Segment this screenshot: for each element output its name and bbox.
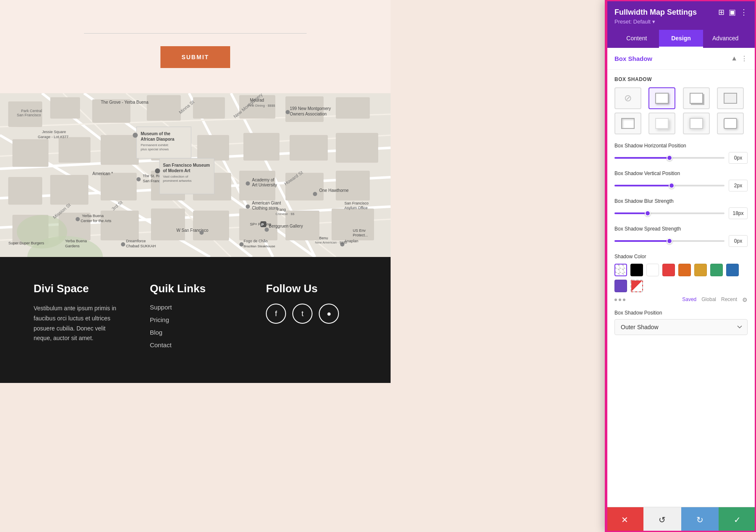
shadow-corner[interactable] [717, 113, 744, 134]
blur-track[interactable] [614, 212, 724, 214]
shadow-outer[interactable] [648, 87, 675, 109]
vertical-track[interactable] [614, 185, 724, 186]
twitter-icon[interactable]: t [292, 304, 312, 324]
dot-2[interactable] [619, 299, 621, 301]
facebook-icon[interactable]: f [266, 304, 286, 324]
panel-tabs: Content Design Advanced [614, 30, 748, 48]
redo-button[interactable]: ↻ [681, 507, 719, 532]
panel-footer: ✕ ↺ ↻ ✓ [606, 507, 756, 532]
color-settings-icon[interactable]: ⚙ [742, 296, 748, 303]
tab-design[interactable]: Design [659, 30, 704, 48]
horizontal-track[interactable] [614, 157, 724, 159]
responsive-icon[interactable]: ⊞ [718, 8, 724, 17]
undo-button[interactable]: ↺ [643, 507, 681, 532]
spread-track[interactable] [614, 240, 724, 242]
vertical-control: 2px [614, 180, 748, 191]
section-more-icon[interactable]: ⋮ [741, 55, 748, 63]
svg-point-89 [200, 231, 204, 235]
settings-panel: Fullwidth Map Settings ⊞ ▣ ⋮ Preset: Def… [605, 0, 756, 532]
horizontal-fill [614, 157, 669, 159]
spread-value: 0px [729, 235, 748, 247]
swatch-purple[interactable] [614, 280, 627, 292]
svg-point-100 [121, 242, 125, 246]
spread-thumb[interactable] [667, 238, 672, 244]
svg-text:New American · $$$$: New American · $$$$ [315, 241, 347, 244]
footer-link-pricing[interactable]: Pricing [150, 316, 169, 323]
svg-text:Clothing store: Clothing store [252, 206, 278, 210]
shadow-preview-bottom [724, 93, 737, 104]
shadow-preview-corner [724, 118, 737, 129]
more-icon[interactable]: ⋮ [740, 8, 748, 17]
svg-rect-17 [147, 95, 181, 121]
position-select[interactable]: Outer Shadow Inner Shadow [614, 319, 748, 335]
shadow-bottom[interactable] [717, 87, 744, 109]
blur-thumb[interactable] [645, 210, 651, 216]
blur-label: Box Shadow Blur Strength [614, 198, 748, 204]
spread-label: Box Shadow Spread Strength [614, 226, 748, 232]
footer-link-contact[interactable]: Contact [150, 341, 172, 349]
panel-preset[interactable]: Preset: Default ▾ [614, 18, 748, 25]
global-tab[interactable]: Global [701, 296, 716, 303]
svg-text:San Francisco: San Francisco [17, 113, 41, 117]
svg-point-75 [286, 110, 290, 114]
shadow-right[interactable] [683, 87, 710, 109]
svg-point-71 [246, 181, 250, 186]
svg-rect-42 [193, 211, 229, 240]
swatch-white[interactable] [646, 264, 659, 276]
svg-text:African Diaspora: African Diaspora [141, 137, 174, 142]
cancel-button[interactable]: ✕ [606, 507, 643, 532]
svg-rect-23 [59, 137, 90, 162]
svg-text:Art University: Art University [252, 183, 277, 187]
vertical-fill [614, 185, 672, 186]
swatch-yellow[interactable] [694, 264, 707, 276]
svg-rect-30 [8, 177, 42, 204]
swatch-orange[interactable] [678, 264, 691, 276]
dot-1[interactable] [614, 299, 617, 301]
svg-rect-15 [50, 97, 80, 118]
svg-text:Berggruen Gallery: Berggruen Gallery [269, 224, 303, 228]
shadow-left[interactable] [614, 113, 641, 134]
vertical-thumb[interactable] [669, 183, 675, 189]
form-input[interactable] [84, 17, 307, 34]
footer: Divi Space Vestibulum ante ipsum primis … [0, 257, 391, 383]
swatch-black[interactable] [630, 264, 643, 276]
instagram-icon[interactable]: ● [319, 304, 339, 324]
svg-rect-32 [101, 173, 136, 200]
layout-icon[interactable]: ▣ [729, 8, 736, 17]
saved-tab[interactable]: Saved [682, 296, 696, 303]
shadow-none[interactable] [614, 87, 641, 109]
tab-content[interactable]: Content [614, 30, 659, 48]
shadow-center[interactable] [648, 113, 675, 134]
swatch-custom[interactable] [630, 280, 643, 292]
svg-point-87 [155, 168, 160, 173]
panel-title: Fullwidth Map Settings [614, 8, 697, 17]
save-button[interactable]: ✓ [719, 507, 756, 532]
swatch-blue[interactable] [726, 264, 739, 276]
collapse-icon[interactable]: ▲ [731, 55, 738, 63]
tab-advanced[interactable]: Advanced [703, 30, 748, 48]
shadow-inset[interactable] [683, 113, 710, 134]
shadow-preview-inset [690, 118, 703, 129]
swatch-red[interactable] [662, 264, 675, 276]
spread-control: 0px [614, 235, 748, 247]
color-dot-tabs [614, 299, 625, 301]
box-shadow-subsection-label: Box Shadow [614, 76, 748, 82]
svg-text:Dreamforce: Dreamforce [126, 239, 146, 243]
dot-3[interactable] [623, 299, 625, 301]
svg-point-65 [133, 133, 138, 138]
panel-header: Fullwidth Map Settings ⊞ ▣ ⋮ Preset: Def… [606, 0, 756, 48]
footer-link-blog[interactable]: Blog [150, 329, 163, 336]
svg-text:Gardens: Gardens [65, 244, 80, 248]
swatch-transparent[interactable] [614, 264, 627, 276]
horizontal-thumb[interactable] [667, 155, 672, 161]
footer-social-col: Follow Us f t ● [266, 282, 357, 358]
svg-rect-27 [244, 133, 279, 160]
footer-links-col: Quik Links Support Pricing Blog Contact [150, 282, 241, 358]
submit-button[interactable]: SUBMIT [160, 46, 230, 68]
recent-tab[interactable]: Recent [721, 296, 737, 303]
svg-text:San Francisco Museum: San Francisco Museum [163, 163, 210, 168]
vertical-value: 2px [729, 180, 748, 191]
swatch-green[interactable] [710, 264, 723, 276]
footer-link-support[interactable]: Support [150, 304, 172, 311]
horizontal-control: 0px [614, 152, 748, 164]
